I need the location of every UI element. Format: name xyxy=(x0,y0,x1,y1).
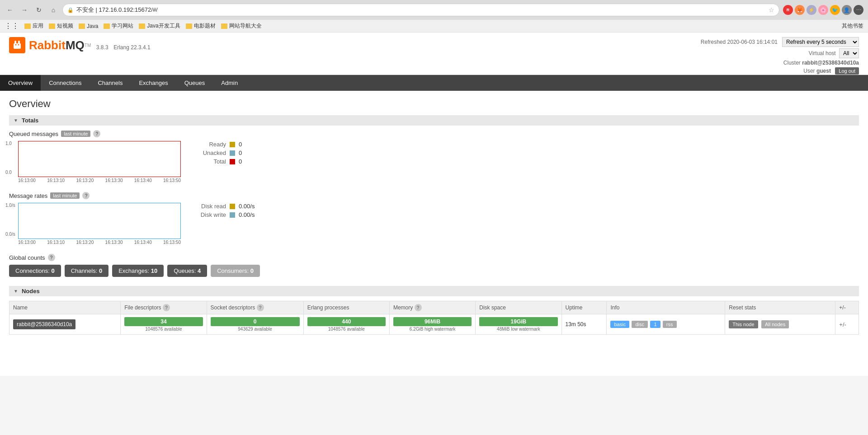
stats-unacked-row: Unacked 0 xyxy=(190,150,242,156)
svg-point-3 xyxy=(15,44,17,46)
disk-write-label: Disk write xyxy=(190,211,226,218)
svg-point-4 xyxy=(18,44,19,46)
queued-chart-row: 1.0 0.0 16:13:00 16:13:10 16:13:20 16:13… xyxy=(9,141,859,183)
home-button[interactable]: ⌂ xyxy=(48,5,59,15)
erlang-sub: 1048576 available xyxy=(307,327,386,332)
this-node-button[interactable]: This node xyxy=(729,320,758,328)
memory-cell: 96MiB 6.2GiB high watermark xyxy=(389,314,475,335)
ext-icon-6[interactable]: 👤 xyxy=(842,5,852,15)
total-color-dot xyxy=(230,159,235,164)
disk-write-value: 0.00/s xyxy=(239,211,255,218)
ready-color-dot xyxy=(230,142,235,147)
nodes-header-row: Name File descriptors ? Socket descripto… xyxy=(9,301,859,314)
ext-icon-5[interactable]: 🐦 xyxy=(830,5,840,15)
info-badge-rss[interactable]: rss xyxy=(663,321,677,328)
bookmark-videos[interactable]: 短视频 xyxy=(49,22,73,30)
logo-mq: MQ xyxy=(66,38,85,52)
global-counts-help[interactable]: ? xyxy=(48,254,55,261)
rates-stats-table: Disk read 0.00/s Disk write 0.00/s xyxy=(190,203,255,220)
nav-queues[interactable]: Queues xyxy=(176,75,213,91)
folder-icon-2 xyxy=(49,23,55,29)
version-text: 3.8.3 xyxy=(96,44,108,51)
address-bar[interactable]: 🔒 不安全 | 172.16.0.192:15672/#/ ☆ xyxy=(62,4,779,16)
col-disk: Disk space xyxy=(476,301,561,314)
message-rates-section: Message rates last minute ? 1.0/s 0.0/s … xyxy=(9,192,859,245)
chart2-x5: 16:13:50 xyxy=(163,240,181,245)
other-bookmarks[interactable]: 其他书签 xyxy=(842,22,863,30)
stats-ready-value: 0 xyxy=(239,141,242,148)
folder-icon-6 xyxy=(186,23,192,29)
file-desc-help[interactable]: ? xyxy=(163,304,170,311)
connections-badge[interactable]: Connections: 0 xyxy=(9,265,61,277)
ext-icon-7[interactable]: ⋯ xyxy=(854,5,863,15)
chart1-x0: 16:13:00 xyxy=(18,178,36,183)
nav-channels[interactable]: Channels xyxy=(90,75,131,91)
refresh-button[interactable]: ↻ xyxy=(33,5,44,15)
queued-messages-help[interactable]: ? xyxy=(93,130,100,137)
socket-desc-bar-wrap: 0 943629 available xyxy=(211,317,300,332)
chart2-x-labels: 16:13:00 16:13:10 16:13:20 16:13:30 16:1… xyxy=(18,240,181,245)
chart1-x2: 16:13:20 xyxy=(76,178,94,183)
unacked-color-dot xyxy=(230,150,235,156)
ext-icon-2[interactable]: 🦊 xyxy=(795,5,805,15)
queued-stats-table: Ready 0 Unacked 0 Total 0 xyxy=(190,141,242,167)
erlang-cell: 440 1048576 available xyxy=(303,314,389,335)
message-rates-help[interactable]: ? xyxy=(82,192,90,199)
plusminus-toggle[interactable]: +/- xyxy=(839,321,846,328)
info-badge-disc[interactable]: disc xyxy=(632,321,648,328)
count-badges: Connections: 0 Channels: 0 Exchanges: 10… xyxy=(9,265,859,277)
chart2-x2: 16:13:20 xyxy=(76,240,94,245)
stats-unacked-label: Unacked xyxy=(190,150,226,156)
svg-rect-2 xyxy=(18,41,20,44)
ext-icon-3[interactable]: ⚡ xyxy=(807,5,816,15)
ext-icon-4[interactable]: 🌸 xyxy=(818,5,828,15)
bookmark-java-tools[interactable]: Java开发工具 xyxy=(139,22,180,30)
refreshed-time: 2020-06-03 16:14:01 xyxy=(727,39,778,45)
nav-overview[interactable]: Overview xyxy=(0,75,41,91)
forward-button[interactable]: → xyxy=(19,5,30,15)
nav-admin[interactable]: Admin xyxy=(213,75,246,91)
nodes-arrow: ▼ xyxy=(14,289,18,294)
stats-total-value: 0 xyxy=(239,158,242,165)
refresh-select[interactable]: Refresh every 5 seconds Refresh every 10… xyxy=(782,37,859,47)
back-button[interactable]: ← xyxy=(5,5,15,15)
info-badge-basic[interactable]: basic xyxy=(610,321,629,328)
channels-badge[interactable]: Channels: 0 xyxy=(65,265,108,277)
chart2-x0: 16:13:00 xyxy=(18,240,36,245)
info-badge-num[interactable]: 1 xyxy=(650,321,660,328)
nodes-table: Name File descriptors ? Socket descripto… xyxy=(9,301,859,335)
consumers-badge[interactable]: Consumers: 0 xyxy=(211,265,260,277)
folder-icon-3 xyxy=(79,23,85,29)
bookmark-apps[interactable]: 应用 xyxy=(24,22,43,30)
memory-help[interactable]: ? xyxy=(415,304,422,311)
address-text: 不安全 | 172.16.0.192:15672/#/ xyxy=(76,6,158,14)
table-row: rabbit@25386340d10a 34 1048576 available… xyxy=(9,314,859,335)
ext-icon-1[interactable]: R xyxy=(783,5,793,15)
logo-rabbit: Rabbit xyxy=(29,38,66,52)
socket-desc-help[interactable]: ? xyxy=(257,304,264,311)
global-counts-title: Global counts ? xyxy=(9,254,859,261)
apps-icon[interactable]: ⋮⋮ xyxy=(5,22,19,30)
nodes-section-header[interactable]: ▼ Nodes xyxy=(9,286,859,296)
page-title: Overview xyxy=(9,98,859,110)
queued-messages-label: Queued messages xyxy=(9,131,58,137)
global-counts-label: Global counts xyxy=(9,254,45,261)
message-rates-label: Message rates xyxy=(9,192,47,199)
bookmark-learning[interactable]: 学习网站 xyxy=(104,22,133,30)
totals-section-header[interactable]: ▼ Totals xyxy=(9,115,859,126)
bookmark-nav[interactable]: 网站导航大全 xyxy=(221,22,262,30)
bookmark-java[interactable]: Java xyxy=(79,23,98,29)
star-icon[interactable]: ☆ xyxy=(769,6,774,14)
uptime-value: 13m 50s xyxy=(566,321,586,327)
logout-button[interactable]: Log out xyxy=(835,67,859,75)
exchanges-badge[interactable]: Exchanges: 10 xyxy=(112,265,164,277)
totals-title: Totals xyxy=(22,117,38,124)
bookmark-movies[interactable]: 电影题材 xyxy=(186,22,216,30)
vhost-select[interactable]: All xyxy=(839,48,859,58)
socket-desc-sub: 943629 available xyxy=(211,327,300,332)
nav-connections[interactable]: Connections xyxy=(41,75,90,91)
nodes-label: Nodes xyxy=(22,288,40,295)
queues-badge[interactable]: Queues: 4 xyxy=(167,265,207,277)
all-nodes-button[interactable]: All nodes xyxy=(761,320,789,328)
nav-exchanges[interactable]: Exchanges xyxy=(131,75,176,91)
